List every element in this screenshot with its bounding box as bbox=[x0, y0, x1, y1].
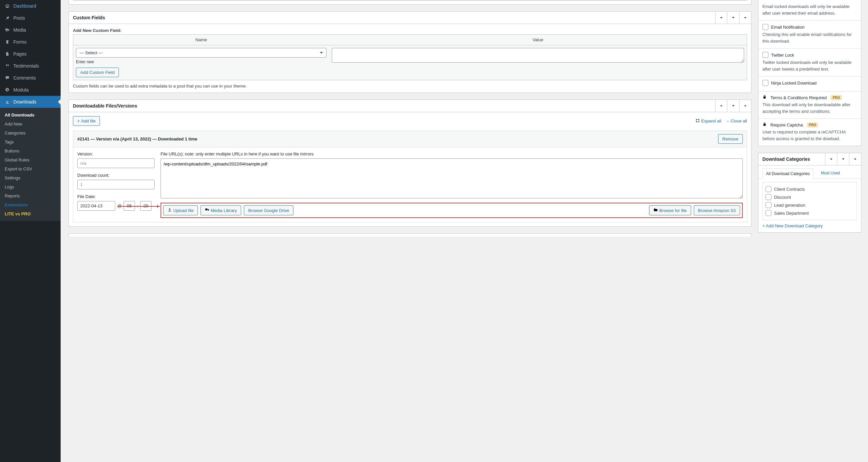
enter-new-link[interactable]: Enter new bbox=[76, 60, 94, 64]
submenu-settings[interactable]: Settings bbox=[0, 173, 61, 183]
menu-label: Testimonials bbox=[13, 63, 39, 69]
file-date-input[interactable] bbox=[77, 201, 115, 211]
submenu-extensions[interactable]: Extensions bbox=[0, 200, 61, 209]
upload-file-button[interactable]: Upload file bbox=[163, 205, 198, 216]
minus-icon: – bbox=[727, 119, 729, 124]
file-url-input[interactable] bbox=[160, 159, 743, 198]
submenu-categories[interactable]: Categories bbox=[0, 129, 61, 137]
email-lock-desc: Email locked downloads will only be avai… bbox=[763, 3, 857, 16]
download-options-box: Email locked downloads will only be avai… bbox=[758, 0, 861, 146]
submenu-lite-vs-pro[interactable]: LITE vs PRO bbox=[0, 209, 61, 218]
remove-file-button[interactable]: Remove bbox=[718, 134, 743, 144]
categories-box-title: Download Categories bbox=[758, 153, 825, 165]
menu-label: Comments bbox=[13, 75, 36, 80]
toggle-button[interactable] bbox=[739, 100, 751, 112]
pro-badge: PRO bbox=[807, 123, 818, 128]
expand-icon bbox=[695, 119, 700, 124]
expand-all-label: Expand all bbox=[701, 119, 721, 124]
close-all-label: Close all bbox=[731, 119, 747, 124]
download-count-input[interactable] bbox=[77, 180, 155, 189]
menu-modula[interactable]: Modula bbox=[0, 84, 61, 96]
twitter-lock-checkbox[interactable] bbox=[763, 52, 768, 58]
custom-fields-box: Custom Fields Add New Custom Field: Name… bbox=[69, 11, 751, 93]
menu-label: Dashboard bbox=[13, 3, 36, 9]
file-header-title: #2141 — Version n/a (April 13, 2022) — D… bbox=[77, 136, 718, 141]
submenu-tags[interactable]: Tags bbox=[0, 137, 61, 146]
downloads-submenu: All Downloads Add New Categories Tags Bu… bbox=[0, 108, 61, 221]
expand-all-link[interactable]: Expand all bbox=[695, 119, 721, 124]
menu-comments[interactable]: Comments bbox=[0, 72, 61, 84]
forms-icon bbox=[4, 39, 11, 45]
custom-fields-table: Name Value — Select — bbox=[73, 34, 747, 80]
upload-file-label: Upload file bbox=[173, 208, 193, 213]
media-library-label: Media Library bbox=[211, 208, 237, 213]
browse-buttons-row: Upload file Media Library Browse Google … bbox=[160, 203, 743, 218]
move-down-button[interactable] bbox=[727, 12, 739, 24]
move-up-button[interactable] bbox=[715, 12, 727, 24]
upload-icon bbox=[167, 208, 172, 213]
quote-icon bbox=[4, 63, 11, 69]
category-label: Sales Department bbox=[774, 211, 809, 216]
dashboard-icon bbox=[4, 3, 11, 9]
download-categories-box: Download Categories All Download Categor… bbox=[758, 153, 861, 233]
menu-testimonials[interactable]: Testimonials bbox=[0, 60, 61, 72]
category-item: Lead generation bbox=[766, 201, 854, 209]
category-checkbox[interactable] bbox=[766, 202, 771, 208]
browse-s3-button[interactable]: Browse Amazon S3 bbox=[694, 205, 740, 216]
close-all-link[interactable]: – Close all bbox=[727, 119, 747, 124]
category-item: Discount bbox=[766, 193, 854, 201]
ninja-lock-title: Ninja Locked Download bbox=[771, 80, 817, 86]
add-file-button[interactable]: + Add file bbox=[73, 116, 100, 126]
admin-sidebar: Dashboard Posts Media Forms Pages Testim… bbox=[0, 0, 61, 462]
custom-field-value-input[interactable] bbox=[332, 48, 744, 63]
browse-for-file-label: Browse for file bbox=[659, 208, 686, 213]
tab-all-categories[interactable]: All Download Categories bbox=[763, 168, 813, 179]
move-up-button[interactable] bbox=[715, 100, 727, 112]
custom-field-name-select[interactable]: — Select — bbox=[76, 48, 327, 58]
email-notification-checkbox[interactable] bbox=[763, 24, 768, 30]
menu-media[interactable]: Media bbox=[0, 24, 61, 36]
file-version-box: #2141 — Version n/a (April 13, 2022) — D… bbox=[73, 130, 747, 222]
category-item: Client Contracts bbox=[766, 185, 854, 193]
add-category-link[interactable]: + Add New Download Category bbox=[763, 223, 823, 228]
pages-icon bbox=[4, 51, 11, 57]
menu-posts[interactable]: Posts bbox=[0, 12, 61, 24]
category-checkbox[interactable] bbox=[766, 194, 771, 200]
category-checkbox[interactable] bbox=[766, 210, 771, 216]
toggle-button[interactable] bbox=[739, 12, 751, 24]
menu-label: Forms bbox=[13, 39, 27, 44]
submenu-buttons[interactable]: Buttons bbox=[0, 146, 61, 156]
submenu-add-new[interactable]: Add New bbox=[0, 120, 61, 129]
add-custom-field-label: Add New Custom Field: bbox=[73, 28, 122, 33]
move-down-button[interactable] bbox=[727, 100, 739, 112]
download-icon bbox=[4, 99, 11, 105]
browse-for-file-button[interactable]: Browse for file bbox=[649, 205, 691, 216]
menu-forms[interactable]: Forms bbox=[0, 36, 61, 48]
toggle-button[interactable] bbox=[849, 153, 861, 165]
comment-icon bbox=[4, 74, 11, 81]
add-custom-field-button[interactable]: Add Custom Field bbox=[76, 68, 119, 77]
media-icon bbox=[205, 208, 209, 213]
category-checkbox[interactable] bbox=[766, 186, 771, 192]
submenu-reports[interactable]: Reports bbox=[0, 191, 61, 200]
move-down-button[interactable] bbox=[837, 153, 849, 165]
tab-most-used[interactable]: Most Used bbox=[817, 168, 843, 178]
custom-fields-note: Custom fields can be used to add extra m… bbox=[73, 84, 747, 89]
menu-downloads[interactable]: Downloads bbox=[0, 96, 61, 108]
browse-gdrive-button[interactable]: Browse Google Drive bbox=[244, 205, 293, 216]
lock-icon bbox=[763, 122, 768, 128]
file-date-label: File Date: bbox=[77, 194, 155, 199]
submenu-logs[interactable]: Logs bbox=[0, 183, 61, 191]
submenu-all-downloads[interactable]: All Downloads bbox=[0, 110, 61, 120]
category-item: Sales Department bbox=[766, 209, 854, 217]
menu-label: Downloads bbox=[13, 99, 36, 104]
ninja-lock-checkbox[interactable] bbox=[763, 80, 768, 86]
menu-pages[interactable]: Pages bbox=[0, 48, 61, 60]
media-library-button[interactable]: Media Library bbox=[200, 205, 241, 216]
submenu-export-csv[interactable]: Export to CSV bbox=[0, 164, 61, 173]
version-input[interactable] bbox=[77, 159, 155, 168]
move-up-button[interactable] bbox=[825, 153, 837, 165]
menu-dashboard[interactable]: Dashboard bbox=[0, 0, 61, 12]
submenu-global-rules[interactable]: Global Rules bbox=[0, 156, 61, 164]
category-list: Client Contracts Discount Lead generatio… bbox=[763, 182, 857, 220]
